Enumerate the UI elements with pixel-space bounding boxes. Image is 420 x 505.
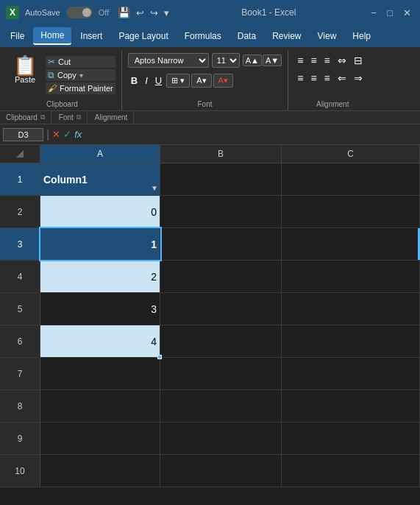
corner-cell[interactable] [0,145,40,163]
cell-b7[interactable] [160,358,282,389]
align-left-button[interactable]: ≡ [294,71,306,85]
align-center-button[interactable]: ≡ [307,71,319,85]
cell-reference-input[interactable] [3,128,43,141]
cell-a3[interactable]: 1 [40,228,160,260]
cell-a6[interactable]: 4 [40,325,160,357]
cell-b8[interactable] [160,390,282,422]
paste-button[interactable]: 📋 Paste [9,53,41,87]
cell-b5[interactable] [160,293,282,325]
menu-review[interactable]: Review [265,28,308,44]
autosave-toggle[interactable] [66,7,93,18]
fill-handle[interactable] [157,355,162,359]
cell-c7[interactable] [282,358,420,389]
font-name-select[interactable]: Aptos Narrow [128,53,209,68]
cell-c9[interactable] [282,423,420,454]
menu-formulas[interactable]: Formulas [177,28,229,44]
italic-button[interactable]: I [142,74,151,87]
menu-file[interactable]: File [3,28,32,44]
indent-increase-button[interactable]: ⇒ [351,71,366,85]
cell-c4[interactable] [282,261,420,292]
row-num-10[interactable]: 10 [0,455,40,487]
cell-a10[interactable] [40,455,160,487]
cell-b3[interactable] [160,228,282,260]
confirm-formula-icon[interactable]: ✓ [63,129,71,140]
fill-color-button[interactable]: A▾ [191,74,211,88]
align-top-left-button[interactable]: ≡ [294,53,306,68]
cell-c3[interactable] [282,228,420,260]
menu-help[interactable]: Help [345,28,378,44]
row-num-7[interactable]: 7 [0,358,40,389]
row-num-8[interactable]: 8 [0,390,40,422]
cell-b1[interactable] [160,163,282,195]
underline-button[interactable]: U [152,74,165,87]
cell-a2[interactable]: 0 [40,196,160,227]
row-num-9[interactable]: 9 [0,423,40,454]
cell-a5[interactable]: 3 [40,293,160,325]
row-num-2[interactable]: 2 [0,196,40,227]
cell-a4[interactable]: 2 [40,261,160,292]
clipboard-expand-icon[interactable]: ⧉ [40,113,45,121]
cell-b6[interactable] [160,325,282,357]
save-icon[interactable]: 💾 [118,7,130,18]
cell-c2[interactable] [282,196,420,227]
font-expand-icon[interactable]: ⧉ [76,113,81,121]
indent-decrease-button[interactable]: ⇐ [335,71,349,85]
menu-page-layout[interactable]: Page Layout [111,28,175,44]
fx-icon[interactable]: fx [74,129,82,140]
menu-view[interactable]: View [310,28,344,44]
copy-button[interactable]: ⧉ Copy ▾ [46,69,115,81]
formula-input[interactable] [85,130,417,140]
cut-button[interactable]: ✂ Cut [46,56,115,68]
cell-a9[interactable] [40,423,160,454]
row-num-4[interactable]: 4 [0,261,40,292]
maximize-icon[interactable]: □ [384,6,396,20]
cell-a8[interactable] [40,390,160,422]
font-increase-button[interactable]: A▲ [243,54,262,66]
format-painter-button[interactable]: 🖌 Format Painter [46,82,115,94]
more-icon[interactable]: ▾ [164,7,169,18]
cell-a7[interactable] [40,358,160,389]
col-header-b[interactable]: B [160,145,282,163]
bold-button[interactable]: B [128,74,140,87]
cell-c1[interactable] [282,163,420,195]
copy-dropdown-arrow[interactable]: ▾ [79,71,83,80]
font-size-select[interactable]: 11 [212,53,240,68]
font-color-button[interactable]: A▾ [213,74,233,88]
align-top-right-button[interactable]: ≡ [321,53,333,68]
col-header-a[interactable]: A [40,145,160,163]
row-num-6[interactable]: 6 [0,325,40,357]
cell-b9[interactable] [160,423,282,454]
align-top-center-button[interactable]: ≡ [307,53,319,68]
wrap-text-button[interactable]: ⇔ [335,53,349,68]
col-header-c[interactable]: C [282,145,420,163]
cell-b2[interactable] [160,196,282,227]
menu-data[interactable]: Data [230,28,263,44]
cell-a1[interactable]: Column1 ▼ [40,163,160,195]
cell-b10[interactable] [160,455,282,487]
cell-c8[interactable] [282,390,420,422]
align-right-button[interactable]: ≡ [321,71,333,85]
table-row: 2 0 [0,196,420,228]
cell-c10[interactable] [282,455,420,487]
menu-home[interactable]: Home [33,27,71,45]
table-row: 8 [0,390,420,423]
undo-icon[interactable]: ↩ [136,7,144,18]
menu-insert[interactable]: Insert [73,28,110,44]
font-name-row: Aptos Narrow 11 A▲ A▼ [128,53,282,68]
cell-c6[interactable] [282,325,420,357]
redo-icon[interactable]: ↪ [150,7,158,18]
borders-button[interactable]: ⊞ ▾ [166,74,190,88]
cell-b4[interactable] [160,261,282,292]
merge-button[interactable]: ⊟ [351,53,366,68]
cell-c5[interactable] [282,293,420,325]
font-decrease-button[interactable]: A▼ [263,54,282,66]
close-icon[interactable]: ✕ [400,6,414,20]
ribbon-labels: Clipboard ⧉ Font ⧉ Alignment [0,110,420,124]
row-num-5[interactable]: 5 [0,293,40,325]
filter-dropdown-arrow[interactable]: ▼ [151,184,158,192]
copy-label: Copy [57,71,76,80]
row-num-1[interactable]: 1 [0,163,40,195]
cancel-formula-icon[interactable]: ✕ [52,129,60,140]
minimize-icon[interactable]: − [369,6,380,20]
row-num-3[interactable]: 3 [0,228,40,260]
